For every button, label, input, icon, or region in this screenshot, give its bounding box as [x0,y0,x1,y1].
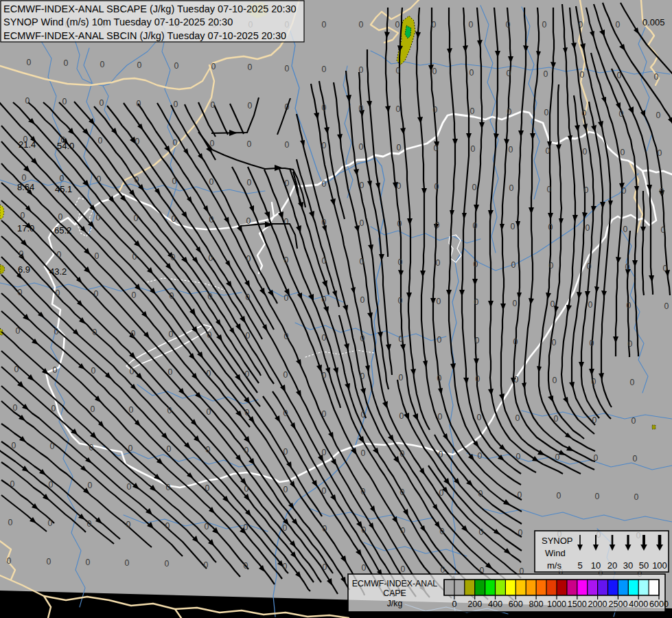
svg-text:0: 0 [283,409,288,418]
svg-text:0: 0 [579,20,583,30]
svg-text:0: 0 [134,214,139,223]
svg-text:0: 0 [434,144,439,153]
svg-text:0: 0 [474,297,479,307]
svg-text:0: 0 [433,105,438,115]
svg-text:0: 0 [247,178,252,187]
svg-text:0: 0 [172,176,177,186]
svg-text:0: 0 [283,523,288,533]
svg-text:0: 0 [361,448,366,458]
svg-text:0: 0 [660,187,664,196]
svg-text:4000: 4000 [629,599,648,609]
svg-text:0: 0 [91,366,96,376]
svg-text:0: 0 [248,62,253,72]
svg-text:0: 0 [549,261,554,271]
svg-text:65.2: 65.2 [54,225,71,236]
svg-text:0: 0 [399,334,404,344]
svg-text:0: 0 [247,139,252,149]
svg-text:0: 0 [285,179,290,188]
svg-text:0: 0 [506,20,511,30]
svg-text:0: 0 [619,109,624,119]
svg-text:0: 0 [245,369,250,379]
svg-text:0: 0 [137,60,142,70]
svg-text:0: 0 [399,373,404,382]
svg-text:0: 0 [472,183,477,192]
svg-text:0: 0 [18,288,23,297]
svg-text:0: 0 [439,450,443,459]
svg-text:0: 0 [555,453,560,462]
svg-text:0: 0 [656,111,661,120]
svg-text:0: 0 [584,185,589,195]
svg-text:0: 0 [283,447,288,457]
svg-text:0: 0 [362,525,367,535]
svg-text:50: 50 [639,560,649,571]
svg-text:0: 0 [478,451,483,461]
svg-text:0: 0 [592,415,597,425]
svg-text:0: 0 [244,561,248,571]
svg-text:0: 0 [128,444,133,453]
svg-text:2500: 2500 [608,599,627,609]
svg-text:0: 0 [132,252,137,262]
svg-text:0: 0 [246,293,251,302]
svg-text:0: 0 [470,68,474,78]
svg-text:0: 0 [22,173,27,183]
svg-text:0: 0 [50,442,55,451]
svg-text:0: 0 [283,485,288,494]
svg-text:0: 0 [477,413,482,422]
svg-text:400: 400 [488,599,502,609]
svg-text:0: 0 [245,408,250,417]
svg-text:0: 0 [360,181,364,190]
svg-text:0: 0 [244,523,248,532]
svg-text:0: 0 [21,211,25,220]
svg-text:0: 0 [616,20,621,30]
svg-text:0: 0 [553,376,557,385]
svg-text:8.64: 8.64 [17,182,34,192]
svg-text:0: 0 [131,329,136,339]
svg-text:0: 0 [130,367,135,376]
svg-text:m/s: m/s [547,560,561,571]
svg-text:0.005: 0.005 [642,17,665,27]
svg-text:0: 0 [401,526,406,536]
svg-text:0: 0 [507,107,512,117]
svg-text:0: 0 [479,527,484,537]
svg-text:0: 0 [97,174,102,184]
svg-text:0: 0 [174,100,178,109]
svg-text:17.0: 17.0 [17,223,34,233]
svg-text:0: 0 [14,365,19,374]
svg-text:0: 0 [166,483,171,492]
svg-text:0: 0 [661,225,666,235]
svg-text:0: 0 [322,371,327,380]
svg-text:0: 0 [440,527,445,536]
svg-text:0: 0 [58,212,63,222]
svg-text:0: 0 [129,405,134,415]
svg-text:0: 0 [437,297,441,306]
svg-text:200: 200 [467,599,482,609]
svg-text:0: 0 [471,144,476,154]
svg-text:0: 0 [588,300,593,310]
svg-text:0: 0 [96,213,101,222]
svg-text:0: 0 [441,565,445,575]
svg-text:0: 0 [547,185,552,194]
svg-text:0: 0 [627,301,632,310]
svg-text:0: 0 [283,370,288,380]
svg-text:0: 0 [204,560,209,570]
svg-text:0: 0 [546,146,551,156]
svg-text:0: 0 [322,218,327,227]
svg-text:0: 0 [322,448,327,457]
svg-text:0: 0 [400,449,405,459]
svg-text:0: 0 [27,58,32,67]
svg-text:0: 0 [205,522,209,531]
svg-text:0: 0 [397,143,402,152]
svg-text:0: 0 [437,335,442,345]
svg-text:0: 0 [395,20,400,30]
svg-text:0: 0 [518,490,522,500]
svg-text:1500: 1500 [568,599,587,609]
svg-text:0: 0 [88,481,93,490]
svg-text:0: 0 [398,296,403,306]
svg-text:0: 0 [515,413,520,423]
svg-text:0: 0 [621,148,625,157]
svg-text:2000: 2000 [588,599,607,609]
svg-text:0: 0 [557,491,561,501]
svg-text:0: 0 [590,339,594,348]
svg-text:0: 0 [19,249,24,259]
svg-text:0: 0 [98,136,103,146]
